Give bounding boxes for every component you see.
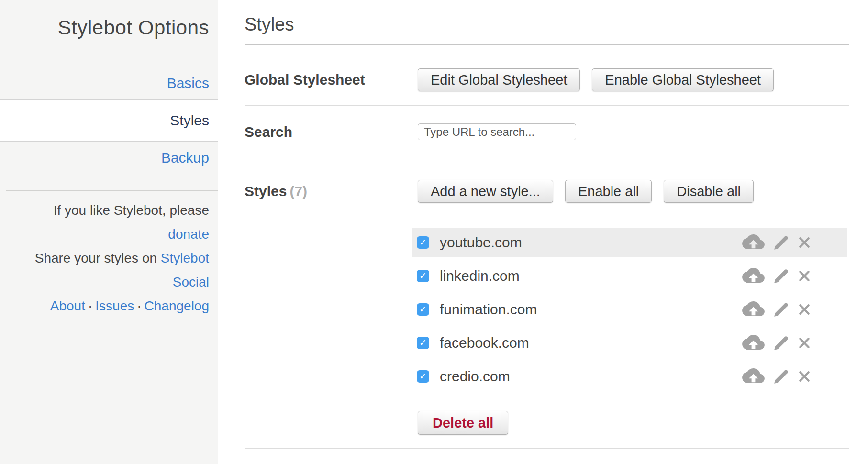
style-enabled-checkbox[interactable]: ✓: [417, 370, 429, 383]
enable-global-stylesheet-button[interactable]: Enable Global Stylesheet: [592, 68, 774, 91]
edit-pencil-icon[interactable]: [772, 367, 790, 386]
donate-link[interactable]: donate: [168, 227, 209, 242]
bottom-rule: [245, 448, 849, 449]
search-input[interactable]: [418, 123, 576, 140]
delete-x-icon[interactable]: [798, 337, 811, 349]
sidebar-item-styles[interactable]: Styles: [0, 99, 218, 142]
cloud-upload-icon[interactable]: [742, 367, 765, 385]
style-enabled-checkbox[interactable]: ✓: [417, 270, 429, 282]
style-row: ✓ facebook.com: [412, 328, 847, 357]
style-enabled-checkbox[interactable]: ✓: [417, 236, 429, 249]
edit-pencil-icon[interactable]: [772, 300, 790, 319]
row-icons: [742, 334, 847, 352]
style-enabled-checkbox[interactable]: ✓: [417, 303, 429, 316]
style-url: credio.com: [440, 368, 510, 385]
style-row: ✓ youtube.com: [412, 228, 847, 257]
page-title: Styles: [245, 14, 849, 44]
style-url: youtube.com: [440, 234, 522, 251]
checkmark-icon: ✓: [419, 238, 427, 247]
edit-pencil-icon[interactable]: [772, 233, 790, 252]
sidebar-footer: If you like Stylebot, please donate Shar…: [0, 191, 218, 318]
style-url: linkedin.com: [440, 268, 520, 284]
global-stylesheet-section: Global Stylesheet Edit Global Stylesheet…: [245, 45, 849, 105]
style-row: ✓ credio.com: [412, 362, 847, 391]
cloud-upload-icon[interactable]: [742, 334, 765, 352]
styles-count-label: Styles(7): [245, 183, 418, 199]
issues-link[interactable]: Issues: [95, 298, 134, 313]
delete-all-button[interactable]: Delete all: [418, 411, 508, 435]
delete-x-icon[interactable]: [798, 236, 811, 249]
cloud-upload-icon[interactable]: [742, 233, 765, 251]
cloud-upload-icon[interactable]: [742, 300, 765, 318]
about-links-row: About·Issues·Changelog: [5, 294, 209, 318]
checkmark-icon: ✓: [419, 372, 427, 381]
search-label: Search: [245, 124, 418, 140]
edit-pencil-icon[interactable]: [772, 334, 790, 352]
stylebot-social-link-line2[interactable]: Social: [173, 275, 209, 289]
sidebar: Stylebot Options Basics Styles Backup If…: [0, 0, 218, 464]
sidebar-item-basics[interactable]: Basics: [0, 67, 218, 99]
share-text: Share your styles on Stylebot: [5, 246, 209, 270]
sidebar-nav: Basics Styles Backup: [0, 67, 218, 174]
row-icons: [742, 233, 847, 252]
style-row: ✓ funimation.com: [412, 295, 847, 324]
support-text: If you like Stylebot, please: [5, 199, 209, 222]
dot-separator: ·: [134, 298, 144, 313]
add-new-style-button[interactable]: Add a new style...: [418, 180, 553, 203]
delete-all-wrap: Delete all: [418, 411, 849, 435]
dot-separator: ·: [85, 298, 95, 313]
checkmark-icon: ✓: [419, 271, 427, 280]
edit-pencil-icon[interactable]: [772, 267, 790, 285]
row-icons: [742, 367, 847, 386]
main-content: Styles Global Stylesheet Edit Global Sty…: [218, 0, 868, 464]
edit-global-stylesheet-button[interactable]: Edit Global Stylesheet: [418, 68, 580, 91]
global-stylesheet-label: Global Stylesheet: [245, 72, 418, 88]
stylebot-social-link[interactable]: Stylebot: [161, 251, 209, 265]
cloud-upload-icon[interactable]: [742, 267, 765, 285]
delete-x-icon[interactable]: [798, 303, 811, 316]
enable-all-button[interactable]: Enable all: [565, 180, 652, 203]
row-icons: [742, 267, 847, 285]
disable-all-button[interactable]: Disable all: [664, 180, 754, 203]
style-row: ✓ linkedin.com: [412, 261, 847, 290]
checkmark-icon: ✓: [419, 305, 427, 314]
styles-list: ✓ youtube.com ✓ linkedin.com: [412, 228, 847, 391]
styles-count: (7): [289, 183, 307, 199]
app-title: Stylebot Options: [0, 0, 218, 39]
row-icons: [742, 300, 847, 319]
sidebar-item-backup[interactable]: Backup: [0, 142, 218, 174]
style-url: funimation.com: [440, 301, 537, 318]
about-link[interactable]: About: [50, 298, 85, 313]
changelog-link[interactable]: Changelog: [145, 298, 209, 313]
checkmark-icon: ✓: [419, 338, 427, 347]
styles-section-header: Styles(7) Add a new style... Enable all …: [245, 163, 849, 203]
style-enabled-checkbox[interactable]: ✓: [417, 337, 429, 349]
delete-x-icon[interactable]: [798, 370, 811, 383]
search-section: Search: [245, 106, 849, 163]
delete-x-icon[interactable]: [798, 270, 811, 282]
style-url: facebook.com: [440, 335, 529, 351]
